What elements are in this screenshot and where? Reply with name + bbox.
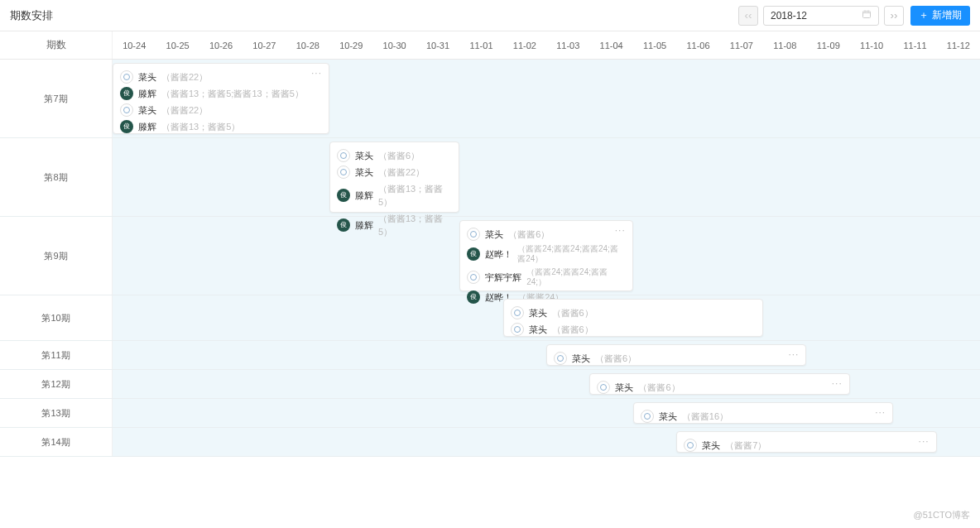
item-name: 菜头 bbox=[355, 166, 373, 179]
item-meta: （酱酱24;酱酱24;酱酱24;酱酱24） bbox=[517, 244, 626, 264]
card-item: 菜头（酱酱7） bbox=[684, 437, 929, 454]
item-meta: （酱酱6） bbox=[378, 149, 420, 162]
period-card[interactable]: ···菜头（酱酱6） bbox=[546, 344, 806, 366]
period-card[interactable]: ···菜头（酱酱22）俊滕辉（酱酱13；酱酱5;酱酱13；酱酱5）菜头（酱酱22… bbox=[113, 63, 329, 134]
avatar-dark-icon: 俊 bbox=[467, 290, 480, 304]
row-label: 第13期 bbox=[0, 399, 113, 427]
item-name: 菜头 bbox=[659, 410, 677, 423]
header-day: 11-01 bbox=[459, 31, 502, 59]
add-period-button[interactable]: ＋ 新增期 bbox=[910, 6, 970, 26]
avatar-icon bbox=[337, 166, 350, 179]
row-lane: 菜头（酱酱6）菜头（酱酱6） bbox=[113, 295, 980, 340]
row-label: 第14期 bbox=[0, 428, 113, 456]
header-day: 11-09 bbox=[807, 31, 850, 59]
item-meta: （酱酱13；酱酱5） bbox=[378, 182, 452, 209]
header-day: 11-04 bbox=[589, 31, 632, 59]
item-name: 菜头 bbox=[485, 228, 503, 241]
header-day: 11-10 bbox=[850, 31, 893, 59]
date-value: 2018-12 bbox=[771, 10, 807, 22]
card-item: 菜头（酱酱22） bbox=[120, 69, 322, 85]
item-meta: （酱酱6） bbox=[508, 228, 550, 241]
header-day: 11-07 bbox=[720, 31, 763, 59]
chevron-right-icon: ›› bbox=[891, 9, 898, 22]
header-day: 10-30 bbox=[372, 31, 416, 59]
header-day: 10-31 bbox=[416, 31, 459, 59]
more-icon[interactable]: ··· bbox=[919, 435, 930, 447]
row-lane: ···菜头（酱酱16） bbox=[113, 399, 980, 427]
header-day: 11-02 bbox=[503, 31, 546, 59]
item-meta: （酱酱6） bbox=[552, 323, 593, 336]
period-card[interactable]: ···菜头（酱酱16） bbox=[633, 402, 893, 424]
header-day: 11-12 bbox=[937, 31, 980, 59]
avatar-dark-icon: 俊 bbox=[467, 247, 480, 261]
period-card[interactable]: ···菜头（酱酱7） bbox=[676, 431, 936, 453]
timeline-header: 期数 10-2410-2510-2610-2710-2810-2910-3010… bbox=[0, 31, 980, 60]
item-name: 菜头 bbox=[615, 381, 633, 394]
chevron-left-icon: ‹‹ bbox=[745, 9, 752, 22]
avatar-icon bbox=[337, 149, 350, 162]
timeline-row: 第11期···菜头（酱酱6） bbox=[0, 341, 980, 370]
header-day: 10-24 bbox=[113, 31, 156, 59]
header-label: 期数 bbox=[0, 31, 113, 59]
row-label: 第7期 bbox=[0, 60, 113, 137]
avatar-dark-icon: 俊 bbox=[120, 120, 133, 133]
card-item: 菜头（酱酱6） bbox=[511, 321, 756, 338]
avatar-icon bbox=[597, 381, 610, 394]
more-icon[interactable]: ··· bbox=[615, 224, 626, 236]
row-lane: ···菜头（酱酱22）俊滕辉（酱酱13；酱酱5;酱酱13；酱酱5）菜头（酱酱22… bbox=[113, 60, 980, 137]
timeline-row: 第13期···菜头（酱酱16） bbox=[0, 399, 980, 428]
avatar-icon bbox=[120, 103, 133, 117]
avatar-icon bbox=[467, 271, 480, 284]
avatar-icon bbox=[684, 439, 697, 452]
next-month-button[interactable]: ›› bbox=[884, 6, 904, 26]
header-day: 10-29 bbox=[329, 31, 372, 59]
card-item: 菜头（酱酱6） bbox=[554, 350, 799, 367]
plus-icon: ＋ bbox=[919, 8, 929, 22]
timeline-body: 第7期···菜头（酱酱22）俊滕辉（酱酱13；酱酱5;酱酱13；酱酱5）菜头（酱… bbox=[0, 60, 980, 457]
item-meta: （酱酱22） bbox=[161, 70, 208, 84]
timeline-row: 第7期···菜头（酱酱22）俊滕辉（酱酱13；酱酱5;酱酱13；酱酱5）菜头（酱… bbox=[0, 60, 980, 138]
item-name: 宇辉宇辉 bbox=[485, 271, 521, 284]
timeline-row: 第9期···菜头（酱酱6）俊赵晔！（酱酱24;酱酱24;酱酱24;酱酱24）宇辉… bbox=[0, 217, 980, 295]
avatar-icon bbox=[554, 352, 567, 365]
avatar-icon bbox=[641, 410, 654, 423]
card-item: 菜头（酱酱22） bbox=[120, 102, 322, 118]
svg-rect-0 bbox=[863, 12, 871, 18]
row-label: 第11期 bbox=[0, 341, 113, 369]
prev-month-button[interactable]: ‹‹ bbox=[738, 6, 758, 26]
timeline-row: 第14期···菜头（酱酱7） bbox=[0, 428, 980, 457]
header-day: 11-11 bbox=[893, 31, 936, 59]
item-name: 菜头 bbox=[138, 70, 156, 84]
avatar-dark-icon: 俊 bbox=[337, 218, 350, 232]
card-item: 菜头（酱酱6） bbox=[467, 226, 626, 242]
item-name: 菜头 bbox=[572, 352, 590, 365]
item-meta: （酱酱16） bbox=[682, 410, 728, 423]
more-icon[interactable]: ··· bbox=[832, 377, 843, 389]
item-name: 菜头 bbox=[529, 323, 547, 336]
more-icon[interactable]: ··· bbox=[875, 406, 886, 418]
card-item: 菜头（酱酱6） bbox=[337, 147, 452, 164]
period-card[interactable]: ···菜头（酱酱6） bbox=[589, 373, 849, 395]
item-name: 滕辉 bbox=[138, 87, 156, 100]
item-name: 滕辉 bbox=[355, 218, 373, 232]
header-day: 10-27 bbox=[243, 31, 286, 59]
more-icon[interactable]: ··· bbox=[788, 348, 799, 360]
more-icon[interactable]: ··· bbox=[311, 67, 322, 79]
header-day: 11-05 bbox=[633, 31, 676, 59]
calendar-icon bbox=[862, 9, 872, 22]
item-name: 菜头 bbox=[138, 103, 156, 117]
row-label: 第9期 bbox=[0, 217, 113, 295]
card-item: 俊滕辉（酱酱13；酱酱5;酱酱13；酱酱5） bbox=[120, 85, 322, 102]
period-card[interactable]: 菜头（酱酱6）菜头（酱酱22）俊滕辉（酱酱13；酱酱5）俊滕辉（酱酱13；酱酱5… bbox=[329, 142, 459, 213]
period-card[interactable]: ···菜头（酱酱6）俊赵晔！（酱酱24;酱酱24;酱酱24;酱酱24）宇辉宇辉（… bbox=[459, 220, 633, 291]
date-picker[interactable]: 2018-12 bbox=[763, 6, 879, 26]
add-label: 新增期 bbox=[932, 8, 962, 22]
row-lane: ···菜头（酱酱6） bbox=[113, 370, 980, 398]
item-name: 菜头 bbox=[355, 149, 373, 162]
item-meta: （酱酱22） bbox=[161, 103, 208, 117]
header-day: 10-28 bbox=[286, 31, 329, 59]
item-meta: （酱酱22） bbox=[378, 166, 425, 179]
card-item: 菜头（酱酱16） bbox=[641, 408, 886, 425]
header-day: 11-06 bbox=[676, 31, 719, 59]
period-card[interactable]: 菜头（酱酱6）菜头（酱酱6） bbox=[503, 299, 763, 337]
